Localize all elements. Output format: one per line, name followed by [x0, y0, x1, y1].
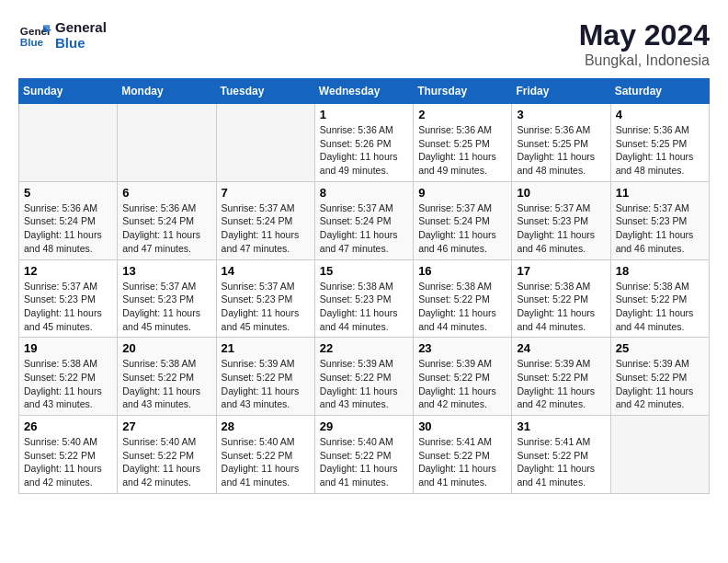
day-info-line: Sunrise: 5:38 AM: [122, 357, 210, 371]
day-info-line: Sunset: 5:22 PM: [616, 371, 704, 385]
calendar-table: SundayMondayTuesdayWednesdayThursdayFrid…: [18, 78, 710, 494]
day-info-line: and 41 minutes.: [418, 476, 506, 489]
day-info-line: Daylight: 11 hours: [616, 228, 704, 242]
day-info-line: and 46 minutes.: [418, 242, 506, 256]
day-info-line: Sunset: 5:22 PM: [320, 371, 408, 385]
day-info-line: Sunset: 5:22 PM: [418, 371, 506, 385]
day-info-line: Sunset: 5:24 PM: [320, 214, 408, 228]
day-number: 2: [418, 108, 506, 121]
logo: General Blue General Blue: [18, 18, 107, 52]
day-number: 5: [24, 186, 112, 200]
day-number: 26: [24, 419, 112, 433]
day-of-week-header: Saturday: [610, 79, 709, 104]
day-info-line: Sunrise: 5:36 AM: [320, 123, 408, 137]
day-info-line: Sunset: 5:22 PM: [616, 293, 704, 306]
day-number: 25: [616, 341, 704, 355]
calendar-cell: 28Sunrise: 5:40 AMSunset: 5:22 PMDayligh…: [216, 416, 314, 494]
day-info-line: Sunrise: 5:40 AM: [222, 435, 310, 449]
day-number: 6: [122, 186, 210, 200]
day-info-line: Sunset: 5:25 PM: [517, 137, 605, 151]
calendar-cell: 9Sunrise: 5:37 AMSunset: 5:24 PMDaylight…: [414, 181, 512, 259]
day-info-line: Daylight: 11 hours: [616, 385, 704, 398]
day-info-line: Daylight: 11 hours: [517, 150, 605, 164]
day-info-line: Sunset: 5:26 PM: [320, 137, 408, 151]
day-number: 27: [122, 419, 210, 433]
day-info-line: Sunrise: 5:41 AM: [517, 435, 605, 449]
day-info-line: Sunrise: 5:37 AM: [24, 280, 112, 293]
day-info-line: Sunrise: 5:38 AM: [517, 280, 605, 293]
day-number: 31: [517, 419, 605, 433]
day-info-line: and 45 minutes.: [222, 320, 310, 334]
day-info-line: Sunrise: 5:38 AM: [616, 280, 704, 293]
day-info-line: Sunrise: 5:39 AM: [517, 357, 605, 371]
day-info-line: and 47 minutes.: [222, 242, 310, 256]
day-info-line: Daylight: 11 hours: [320, 150, 408, 164]
calendar-cell: 27Sunrise: 5:40 AMSunset: 5:22 PMDayligh…: [118, 416, 216, 494]
day-info-line: and 47 minutes.: [122, 242, 210, 256]
day-of-week-header: Friday: [512, 79, 610, 104]
day-info-line: and 45 minutes.: [122, 320, 210, 334]
day-info-line: Sunrise: 5:36 AM: [517, 123, 605, 137]
day-info-line: Daylight: 11 hours: [418, 306, 506, 320]
day-number: 10: [517, 186, 605, 200]
day-of-week-header: Monday: [118, 79, 216, 104]
day-info-line: Sunrise: 5:39 AM: [320, 357, 408, 371]
calendar-cell: 3Sunrise: 5:36 AMSunset: 5:25 PMDaylight…: [512, 104, 610, 182]
calendar-cell: 20Sunrise: 5:38 AMSunset: 5:22 PMDayligh…: [118, 338, 216, 416]
day-info-line: Sunset: 5:23 PM: [616, 214, 704, 228]
day-info-line: and 44 minutes.: [517, 320, 605, 334]
day-info-line: Daylight: 11 hours: [418, 462, 506, 476]
day-info-line: and 42 minutes.: [418, 397, 506, 411]
day-info-line: and 43 minutes.: [320, 397, 408, 411]
calendar-cell: [118, 104, 216, 182]
calendar-cell: 22Sunrise: 5:39 AMSunset: 5:22 PMDayligh…: [314, 338, 413, 416]
day-number: 14: [222, 264, 310, 278]
day-info-line: Daylight: 11 hours: [517, 306, 605, 320]
page-header: General Blue General Blue May 2024 Bungk…: [18, 18, 710, 69]
calendar-cell: 15Sunrise: 5:38 AMSunset: 5:23 PMDayligh…: [314, 259, 413, 338]
day-info-line: Sunset: 5:22 PM: [222, 449, 310, 463]
day-info-line: Sunset: 5:23 PM: [24, 293, 112, 306]
day-of-week-header: Thursday: [414, 79, 512, 104]
calendar-cell: 13Sunrise: 5:37 AMSunset: 5:23 PMDayligh…: [118, 259, 216, 338]
calendar-cell: 19Sunrise: 5:38 AMSunset: 5:22 PMDayligh…: [19, 338, 118, 416]
day-of-week-header: Sunday: [19, 79, 118, 104]
calendar-cell: 24Sunrise: 5:39 AMSunset: 5:22 PMDayligh…: [512, 338, 610, 416]
calendar-cell: 8Sunrise: 5:37 AMSunset: 5:24 PMDaylight…: [314, 181, 413, 259]
calendar-cell: 25Sunrise: 5:39 AMSunset: 5:22 PMDayligh…: [610, 338, 709, 416]
day-number: 21: [222, 341, 310, 355]
day-info-line: and 46 minutes.: [517, 242, 605, 256]
day-of-week-header: Tuesday: [216, 79, 314, 104]
day-number: 18: [616, 264, 704, 278]
day-info-line: Daylight: 11 hours: [320, 228, 408, 242]
day-info-line: Sunset: 5:22 PM: [517, 449, 605, 463]
day-info-line: and 42 minutes.: [517, 397, 605, 411]
logo-text: General Blue: [55, 19, 107, 51]
day-info-line: Sunrise: 5:37 AM: [222, 280, 310, 293]
day-info-line: Sunset: 5:22 PM: [222, 371, 310, 385]
day-number: 16: [418, 264, 506, 278]
day-info-line: and 49 minutes.: [418, 164, 506, 178]
calendar-week-row: 12Sunrise: 5:37 AMSunset: 5:23 PMDayligh…: [19, 259, 710, 338]
calendar-cell: 23Sunrise: 5:39 AMSunset: 5:22 PMDayligh…: [414, 338, 512, 416]
day-number: 4: [616, 108, 704, 121]
day-info-line: and 47 minutes.: [320, 242, 408, 256]
day-info-line: Sunrise: 5:39 AM: [616, 357, 704, 371]
calendar-week-row: 26Sunrise: 5:40 AMSunset: 5:22 PMDayligh…: [19, 416, 710, 494]
calendar-cell: 10Sunrise: 5:37 AMSunset: 5:23 PMDayligh…: [512, 181, 610, 259]
day-info-line: Daylight: 11 hours: [320, 306, 408, 320]
day-info-line: Sunset: 5:25 PM: [616, 137, 704, 151]
day-info-line: Sunset: 5:24 PM: [122, 214, 210, 228]
day-info-line: Sunrise: 5:40 AM: [24, 435, 112, 449]
day-info-line: Daylight: 11 hours: [616, 150, 704, 164]
calendar-cell: 21Sunrise: 5:39 AMSunset: 5:22 PMDayligh…: [216, 338, 314, 416]
day-info-line: Sunrise: 5:38 AM: [24, 357, 112, 371]
day-info-line: Daylight: 11 hours: [320, 385, 408, 398]
day-info-line: Daylight: 11 hours: [517, 385, 605, 398]
day-number: 20: [122, 341, 210, 355]
calendar-cell: 30Sunrise: 5:41 AMSunset: 5:22 PMDayligh…: [414, 416, 512, 494]
day-info-line: Sunrise: 5:40 AM: [122, 435, 210, 449]
day-of-week-header: Wednesday: [314, 79, 413, 104]
day-info-line: Sunset: 5:24 PM: [24, 214, 112, 228]
day-info-line: and 49 minutes.: [320, 164, 408, 178]
